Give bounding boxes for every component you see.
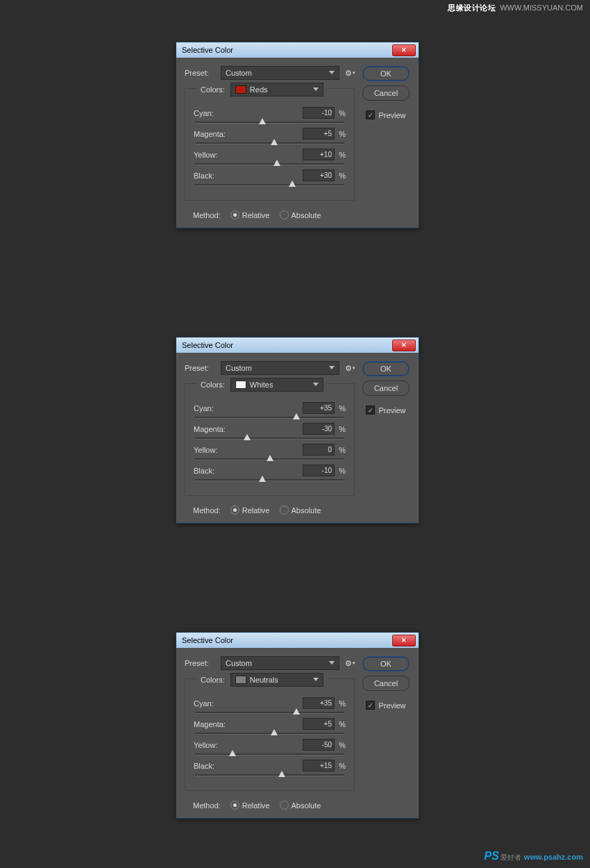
slider-track[interactable] — [195, 712, 344, 714]
slider-track[interactable] — [195, 163, 344, 165]
ok-button[interactable]: OK — [362, 656, 410, 671]
close-button[interactable]: ✕ — [392, 340, 416, 351]
slider-thumb[interactable] — [271, 139, 278, 145]
colors-dropdown[interactable]: Neutrals — [230, 673, 323, 687]
slider-value-input[interactable]: +30 — [303, 169, 335, 181]
preset-dropdown[interactable]: Custom — [221, 656, 339, 670]
colors-dropdown[interactable]: Whites — [230, 378, 323, 392]
chevron-down-icon — [329, 366, 335, 369]
watermark-bottom: PS爱好者www.psahz.com — [484, 850, 583, 862]
slider-thumb[interactable] — [271, 729, 278, 735]
slider-track[interactable] — [195, 458, 344, 460]
slider-row: Magenta:+5% — [194, 128, 346, 144]
slider-track[interactable] — [195, 142, 344, 144]
slider-label: Yellow: — [194, 741, 303, 749]
slider-row: Cyan:-10% — [194, 107, 346, 124]
preview-label: Preview — [378, 701, 405, 710]
slider-label: Black: — [194, 172, 303, 180]
slider-value-input[interactable]: +15 — [303, 760, 335, 771]
preview-checkbox[interactable]: ✓Preview — [366, 406, 405, 415]
slider-thumb[interactable] — [293, 708, 300, 715]
slider-thumb[interactable] — [278, 771, 285, 777]
radio-label: Absolute — [292, 506, 321, 515]
close-icon: ✕ — [401, 47, 407, 53]
method-label: Method: — [193, 506, 221, 515]
colors-fieldset: Colors:NeutralsCyan:+35%Magenta:+5%Yello… — [185, 678, 355, 791]
preset-dropdown[interactable]: Custom — [221, 66, 339, 80]
selective-color-dialog: Selective Color✕Preset:Custom⚙▾Colors:Re… — [176, 42, 419, 228]
slider-thumb[interactable] — [259, 118, 266, 124]
slider-thumb[interactable] — [289, 181, 296, 187]
method-relative-radio[interactable]: Relative — [230, 210, 270, 219]
method-relative-radio[interactable]: Relative — [230, 801, 270, 810]
preset-label: Preset: — [185, 659, 215, 667]
method-absolute-radio[interactable]: Absolute — [280, 210, 321, 219]
slider-label: Black: — [194, 762, 303, 770]
slider-label: Cyan: — [194, 699, 303, 708]
slider-value-input[interactable]: -10 — [303, 465, 335, 476]
slider-value-input[interactable]: -50 — [303, 739, 335, 751]
checkbox-icon: ✓ — [366, 406, 375, 415]
slider-value-input[interactable]: +10 — [303, 149, 335, 160]
slider-row: Black:+15% — [194, 760, 346, 776]
selective-color-dialog: Selective Color✕Preset:Custom⚙▾Colors:Ne… — [176, 632, 419, 819]
titlebar[interactable]: Selective Color✕ — [176, 337, 419, 353]
slider-track[interactable] — [195, 122, 344, 124]
close-button[interactable]: ✕ — [392, 44, 416, 56]
slider-row: Cyan:+35% — [194, 402, 346, 419]
preview-checkbox[interactable]: ✓Preview — [366, 701, 405, 710]
slider-label: Magenta: — [194, 425, 303, 433]
titlebar[interactable]: Selective Color✕ — [176, 42, 419, 58]
slider-track[interactable] — [195, 184, 344, 186]
cancel-button[interactable]: Cancel — [362, 381, 410, 396]
gear-icon[interactable]: ⚙▾ — [345, 658, 355, 668]
preview-checkbox[interactable]: ✓Preview — [366, 110, 405, 119]
method-absolute-radio[interactable]: Absolute — [280, 506, 321, 515]
preview-label: Preview — [378, 111, 405, 119]
gear-icon[interactable]: ⚙▾ — [345, 68, 355, 78]
close-button[interactable]: ✕ — [392, 635, 416, 646]
ok-button[interactable]: OK — [362, 361, 410, 376]
colors-value: Whites — [250, 381, 273, 389]
slider-thumb[interactable] — [244, 434, 251, 440]
chevron-down-icon — [313, 678, 319, 681]
slider-thumb[interactable] — [267, 455, 273, 461]
percent-label: % — [335, 109, 346, 117]
slider-value-input[interactable]: +35 — [303, 402, 335, 414]
method-absolute-radio[interactable]: Absolute — [280, 801, 321, 810]
preview-label: Preview — [378, 406, 405, 415]
ok-button[interactable]: OK — [362, 66, 410, 81]
preset-dropdown[interactable]: Custom — [221, 361, 339, 375]
radio-label: Absolute — [292, 211, 321, 219]
radio-icon — [230, 506, 239, 515]
slider-track[interactable] — [195, 437, 344, 440]
slider-value-input[interactable]: +5 — [303, 718, 335, 730]
slider-thumb[interactable] — [273, 160, 280, 166]
titlebar[interactable]: Selective Color✕ — [176, 633, 419, 648]
slider-value-input[interactable]: +35 — [303, 697, 335, 709]
gear-icon[interactable]: ⚙▾ — [345, 363, 355, 373]
radio-label: Absolute — [292, 801, 321, 810]
slider-value-input[interactable]: -10 — [303, 107, 335, 119]
method-relative-radio[interactable]: Relative — [230, 506, 270, 515]
slider-value-input[interactable]: +5 — [303, 128, 335, 140]
slider-thumb[interactable] — [259, 476, 266, 482]
preset-label: Preset: — [185, 69, 215, 77]
slider-track[interactable] — [195, 417, 344, 419]
slider-thumb[interactable] — [293, 413, 300, 419]
slider-row: Magenta:+5% — [194, 718, 346, 735]
slider-track[interactable] — [195, 753, 344, 756]
slider-track[interactable] — [195, 479, 344, 481]
slider-track[interactable] — [195, 774, 344, 776]
slider-value-input[interactable]: -30 — [303, 423, 335, 435]
percent-label: % — [335, 699, 346, 708]
selective-color-dialog: Selective Color✕Preset:Custom⚙▾Colors:Wh… — [176, 337, 419, 524]
slider-thumb[interactable] — [229, 750, 236, 756]
cancel-button[interactable]: Cancel — [362, 85, 410, 101]
slider-value-input[interactable]: 0 — [303, 444, 335, 456]
slider-row: Yellow:+10% — [194, 149, 346, 165]
popup-arrow-icon: ▾ — [353, 365, 355, 371]
cancel-button[interactable]: Cancel — [362, 676, 410, 691]
colors-dropdown[interactable]: Reds — [230, 83, 323, 97]
slider-track[interactable] — [195, 733, 344, 735]
